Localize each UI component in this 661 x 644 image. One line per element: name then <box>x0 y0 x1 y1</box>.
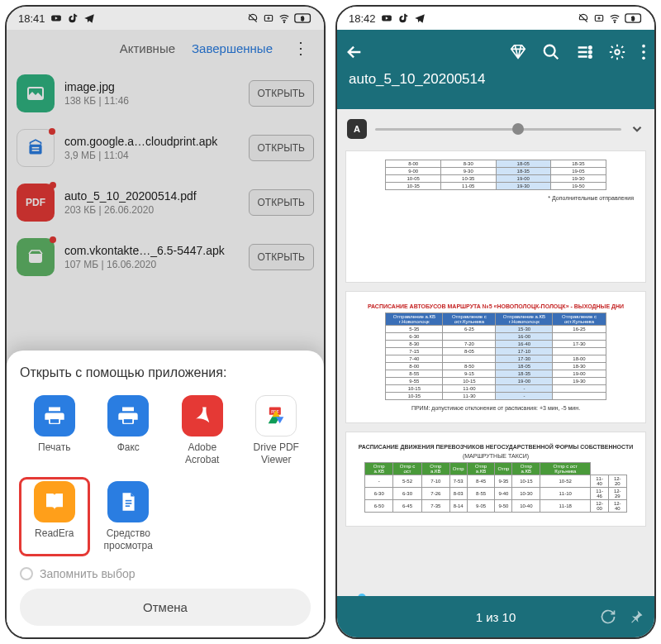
svg-point-23 <box>589 51 592 54</box>
cancel-button[interactable]: Отмена <box>20 589 311 626</box>
app-chooser-grid: Печать Факс Adobe Acrobat PDF <box>20 392 311 556</box>
pdf-page-3: РАСПИСАНИЕ ДВИЖЕНИЯ ПЕРЕВОЗЧИКОВ НЕГОСУД… <box>345 432 646 527</box>
file-meta: 3,9 МБ | 11:04 <box>64 150 239 161</box>
brightness-controls <box>345 116 646 142</box>
wifi-icon <box>278 12 290 24</box>
svg-point-18 <box>614 21 615 22</box>
tab-active[interactable]: Активные <box>120 41 175 55</box>
open-button[interactable]: ОТКРЫТЬ <box>249 135 315 161</box>
contents-icon[interactable] <box>575 43 593 61</box>
open-button[interactable]: ОТКРЫТЬ <box>249 244 315 270</box>
pin-icon[interactable] <box>628 608 644 625</box>
page-note: ПРИМ: допустимое отклонение от расписани… <box>358 405 634 411</box>
document-title: auto_5_10_20200514 <box>345 71 646 88</box>
svg-rect-10 <box>123 419 133 424</box>
app-option-fax[interactable]: Факс <box>94 392 164 470</box>
app-option-acrobat[interactable]: Adobe Acrobat <box>168 392 237 470</box>
document-viewport[interactable]: 8-008-3018-0518-359-009-3018-3519-0510-0… <box>337 109 654 596</box>
svg-rect-7 <box>32 147 40 149</box>
app-option-drive-pdf[interactable]: PDF Drive PDF Viewer <box>242 392 311 470</box>
youtube-icon <box>381 12 392 24</box>
remember-choice-row[interactable]: Запомнить выбор <box>20 567 311 580</box>
radio-icon[interactable] <box>20 567 33 580</box>
battery-icon: 9 <box>625 12 643 24</box>
app-label: Средство просмотра <box>97 527 160 552</box>
status-bar: 18:41 9 <box>7 7 324 30</box>
app-option-readera[interactable]: ReadEra <box>20 478 89 556</box>
back-icon[interactable] <box>345 43 364 61</box>
page-caption: РАСПИСАНИЕ АВТОБУСОВ МАРШРУТА №5 «НОВОПО… <box>358 303 634 309</box>
chevron-down-icon[interactable] <box>630 122 644 136</box>
image-file-icon <box>17 74 55 112</box>
tiktok-icon <box>67 12 78 24</box>
premium-diamond-icon[interactable] <box>509 43 527 61</box>
telegram-icon <box>83 12 95 24</box>
svg-point-22 <box>589 46 592 49</box>
more-menu-icon[interactable]: ⋮ <box>289 38 312 58</box>
app-label: Drive PDF Viewer <box>245 441 308 466</box>
app-label: Печать <box>38 441 70 466</box>
drive-pdf-icon: PDF <box>255 395 297 436</box>
page-caption: РАСПИСАНИЕ ДВИЖЕНИЯ ПЕРЕВОЗЧИКОВ НЕГОСУД… <box>358 444 634 450</box>
app-label: Факс <box>117 441 140 466</box>
svg-point-2 <box>283 21 284 22</box>
search-icon[interactable] <box>542 43 560 61</box>
svg-point-24 <box>589 55 592 58</box>
file-name: com.vkontakte…_6.5-5447.apk <box>64 244 239 257</box>
apk-file-icon <box>17 129 55 167</box>
tab-completed[interactable]: Завершенные <box>192 41 273 55</box>
file-name: com.google.a…cloudprint.apk <box>64 135 239 148</box>
svg-point-28 <box>642 57 645 60</box>
app-label: Adobe Acrobat <box>171 441 234 466</box>
open-with-sheet: Открыть с помощью приложения: Печать Фак… <box>7 351 324 637</box>
reader-toolbar: auto_5_10_20200514 <box>337 30 654 109</box>
wifi-icon <box>609 12 621 24</box>
list-item[interactable]: PDF auto_5_10_20200514.pdf 203 КБ | 26.0… <box>7 175 324 230</box>
overflow-menu-icon[interactable] <box>641 43 646 61</box>
printer-icon <box>107 395 149 436</box>
list-item[interactable]: com.google.a…cloudprint.apk 3,9 МБ | 11:… <box>7 121 324 175</box>
pdf-page-2: РАСПИСАНИЕ АВТОБУСОВ МАРШРУТА №5 «НОВОПО… <box>345 291 646 423</box>
downloads-list: image.jpg 138 КБ | 11:46 ОТКРЫТЬ com.goo… <box>7 66 324 284</box>
page-subcaption: (МАРШРУТНЫЕ ТАКСИ) <box>358 453 634 459</box>
svg-rect-14 <box>126 503 132 504</box>
page-note: * Дополнительные отправления <box>358 195 634 201</box>
book-icon <box>34 481 75 522</box>
svg-text:9: 9 <box>631 16 635 21</box>
printer-icon <box>34 395 75 436</box>
svg-rect-15 <box>126 505 130 507</box>
page-indicator: 1 из 10 <box>476 610 516 624</box>
file-meta: 107 МБ | 16.06.2020 <box>64 259 239 270</box>
battery-saver-icon <box>593 12 605 24</box>
apk-file-icon <box>17 238 55 276</box>
battery-saver-icon <box>263 12 274 24</box>
phone-left-screenshot: 18:41 9 Активные Завершенные ⋮ <box>5 5 326 639</box>
file-name: auto_5_10_20200514.pdf <box>64 189 239 203</box>
reader-footer: 1 из 10 <box>337 596 654 637</box>
rotate-icon[interactable] <box>600 608 616 625</box>
list-item[interactable]: image.jpg 138 КБ | 11:46 ОТКРЫТЬ <box>7 66 324 121</box>
telegram-icon <box>414 12 426 24</box>
sheet-title: Открыть с помощью приложения: <box>20 365 311 380</box>
svg-rect-9 <box>50 419 59 424</box>
svg-rect-13 <box>126 500 132 502</box>
list-item[interactable]: com.vkontakte…_6.5-5447.apk 107 МБ | 16.… <box>7 230 324 284</box>
svg-point-27 <box>642 50 645 54</box>
svg-text:9: 9 <box>301 16 304 21</box>
acrobat-icon <box>182 395 223 436</box>
youtube-icon <box>50 12 62 24</box>
brightness-slider[interactable] <box>375 128 621 131</box>
svg-point-21 <box>544 45 555 56</box>
open-button[interactable]: ОТКРЫТЬ <box>249 80 315 107</box>
svg-rect-8 <box>32 150 40 151</box>
app-label: ReadEra <box>35 527 74 552</box>
file-meta: 138 КБ | 11:46 <box>64 95 239 107</box>
settings-gear-icon[interactable] <box>608 43 626 61</box>
open-button[interactable]: ОТКРЫТЬ <box>249 189 315 216</box>
status-time: 18:42 <box>349 12 376 25</box>
auto-brightness-icon[interactable] <box>347 119 367 139</box>
app-option-print[interactable]: Печать <box>20 392 89 470</box>
app-option-viewer[interactable]: Средство просмотра <box>94 478 164 556</box>
file-meta: 203 КБ | 26.06.2020 <box>64 204 239 216</box>
mute-icon <box>578 12 589 24</box>
